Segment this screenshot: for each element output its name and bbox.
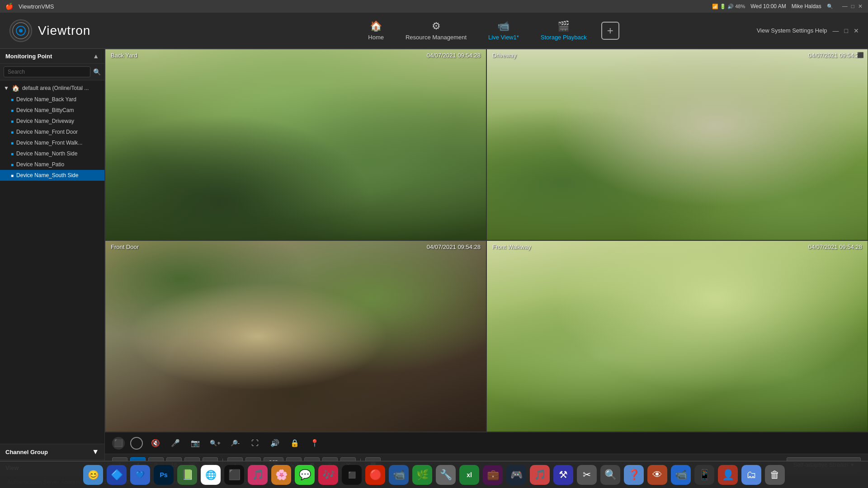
device-patio[interactable]: ■ Device Name_Patio [0, 159, 104, 170]
audio-btn[interactable]: 🔇 [148, 436, 163, 450]
dock-app7[interactable]: 🌿 [412, 465, 432, 485]
root-label: default area (Online/Total ... [22, 85, 89, 91]
storage-icon: 🎬 [557, 20, 570, 32]
dock-contacts[interactable]: 👤 [718, 465, 738, 485]
cam-icon-5: ■ [11, 141, 14, 145]
device-label-2: Device Name_BittyCam [16, 107, 74, 113]
search-button[interactable]: 🔍 [93, 68, 101, 75]
device-back-yard[interactable]: ■ Device Name_Back Yard [0, 94, 104, 105]
lock-btn[interactable]: 🔒 [288, 436, 302, 450]
header-minimize[interactable]: — [833, 27, 839, 34]
dock-photos[interactable]: 🌸 [271, 465, 291, 485]
feed-1-overlay: Back Yard 04/07/2021 09:54:28 [105, 49, 486, 61]
video-cell-back-yard[interactable]: Back Yard 04/07/2021 09:54:28 [105, 49, 486, 240]
zoom-out-btn[interactable]: 🔎- [228, 436, 242, 450]
video-feed-1 [105, 49, 486, 240]
map-btn[interactable]: 📍 [307, 436, 322, 450]
tree-root-item[interactable]: ▼ 🏠 default area (Online/Total ... [0, 82, 104, 94]
dock-iphone[interactable]: 📱 [694, 465, 714, 485]
zoom-in-btn[interactable]: 🔍+ [208, 436, 222, 450]
dock-finder[interactable]: 😊 [83, 465, 103, 485]
app-header: Viewtron 🏠 Home ⚙ Resource Management 📹 … [0, 13, 868, 49]
search-input[interactable] [4, 66, 90, 77]
audio2-btn[interactable]: 🔊 [268, 436, 282, 450]
device-driveway[interactable]: ■ Device Name_Driveway [0, 116, 104, 127]
monitoring-header: Monitoring Point ▲ [0, 49, 104, 64]
dock-music[interactable]: 🎶 [318, 465, 338, 485]
nav-home[interactable]: 🏠 Home [357, 17, 395, 44]
video-grid: Back Yard 04/07/2021 09:54:28 Driveway 0… [105, 49, 868, 432]
dock-app3[interactable]: 📗 [177, 465, 197, 485]
video-cell-driveway[interactable]: Driveway 04/07/2021 09:54:28 ⬛ [486, 49, 868, 240]
feed-1-timestamp: 04/07/2021 09:54:28 [427, 52, 481, 59]
collapse-icon[interactable]: ▲ [93, 52, 99, 60]
dock-xcode[interactable]: ⚒ [553, 465, 573, 485]
device-label-5: Device Name_Front Walk... [16, 140, 82, 146]
add-view-button[interactable]: + [601, 22, 619, 40]
record-icon-btn[interactable]: ⬛ [112, 437, 125, 450]
expand-icon: ▼ [4, 85, 9, 91]
video-feed-4 [487, 241, 868, 432]
nav-home-label: Home [368, 34, 384, 41]
dock-help[interactable]: ❓ [624, 465, 644, 485]
dock-msg[interactable]: 💬 [295, 465, 315, 485]
channel-group-section[interactable]: Channel Group ▼ [0, 444, 104, 460]
device-front-door[interactable]: ■ Device Name_Front Door [0, 127, 104, 137]
dock-fcp[interactable]: ✂ [577, 465, 597, 485]
dock-preview[interactable]: 👁 [647, 465, 667, 485]
window-controls[interactable]: — □ ✕ [842, 3, 863, 9]
maximize-button[interactable]: □ [851, 3, 854, 9]
dock-camera[interactable]: 📹 [389, 465, 409, 485]
device-south-side[interactable]: ■ Device Name_South Side [0, 170, 104, 181]
snapshot-btn[interactable]: 📷 [188, 436, 203, 450]
nav-resource[interactable]: ⚙ Resource Management [395, 17, 477, 44]
dock-app1[interactable]: 🔷 [107, 465, 127, 485]
header-maximize[interactable]: □ [844, 27, 848, 34]
dock-slack[interactable]: 💼 [483, 465, 503, 485]
video-cell-front-walk[interactable]: Front Walkway 04/07/2021 09:54:28 [486, 240, 868, 432]
dock-app9[interactable]: 🎵 [530, 465, 550, 485]
dock-app6[interactable]: 🔴 [365, 465, 385, 485]
feed-2-overlay: Driveway 04/07/2021 09:54:28 [487, 49, 868, 61]
dock-excel[interactable]: xl [459, 465, 479, 485]
dock-app8[interactable]: 🔧 [436, 465, 456, 485]
search-icon[interactable]: 🔍 [827, 4, 833, 9]
minimize-button[interactable]: — [842, 3, 848, 9]
nav-storage[interactable]: 🎬 Storage Playback [530, 17, 598, 44]
home-icon: 🏠 [370, 20, 382, 32]
nav-live[interactable]: 📹 Live View1* [477, 17, 530, 44]
circle-btn[interactable] [130, 437, 143, 450]
video-cell-front-door[interactable]: Front Door 04/07/2021 09:54:28 [105, 240, 486, 432]
header-close[interactable]: ✕ [854, 27, 859, 34]
dock-zoom[interactable]: 📹 [671, 465, 691, 485]
dock-trash[interactable]: 🗑 [765, 465, 785, 485]
device-north-side[interactable]: ■ Device Name_North Side [0, 148, 104, 159]
device-label-6: Device Name_North Side [16, 150, 77, 157]
dock-finder2[interactable]: 🗂 [741, 465, 761, 485]
system-datetime: Wed 10:00 AM [750, 3, 786, 9]
dock-app10[interactable]: 🔍 [600, 465, 620, 485]
dock-chrome[interactable]: 🌐 [201, 465, 221, 485]
dock-ps[interactable]: Ps [154, 465, 174, 485]
feed-4-label: Front Walkway [492, 244, 531, 250]
resource-icon: ⚙ [432, 20, 441, 32]
mic-btn[interactable]: 🎤 [168, 436, 183, 450]
feed-3-overlay: Front Door 04/07/2021 09:54:28 [105, 241, 486, 253]
device-bittycam[interactable]: ■ Device Name_BittyCam [0, 105, 104, 116]
dock-app5[interactable]: 🎵 [248, 465, 268, 485]
feed-1-label: Back Yard [111, 52, 137, 59]
close-button[interactable]: ✕ [858, 3, 863, 9]
cam-icon-6: ■ [11, 151, 14, 156]
dock-terminal[interactable]: ⬛ [342, 465, 362, 485]
dock-app4[interactable]: ⬛ [224, 465, 244, 485]
device-front-walk[interactable]: ■ Device Name_Front Walk... [0, 137, 104, 148]
svg-point-3 [19, 29, 23, 33]
nav-live-label: Live View1* [488, 34, 519, 41]
header-win-controls[interactable]: — □ ✕ [833, 27, 859, 34]
help-link[interactable]: View System Settings Help [757, 27, 827, 34]
cam-icon-4: ■ [11, 130, 14, 135]
apple-icon[interactable]: 🍎 [5, 3, 13, 10]
fullscreen-btn[interactable]: ⛶ [248, 436, 262, 450]
dock-app2[interactable]: 💙 [130, 465, 150, 485]
dock-steam[interactable]: 🎮 [506, 465, 526, 485]
